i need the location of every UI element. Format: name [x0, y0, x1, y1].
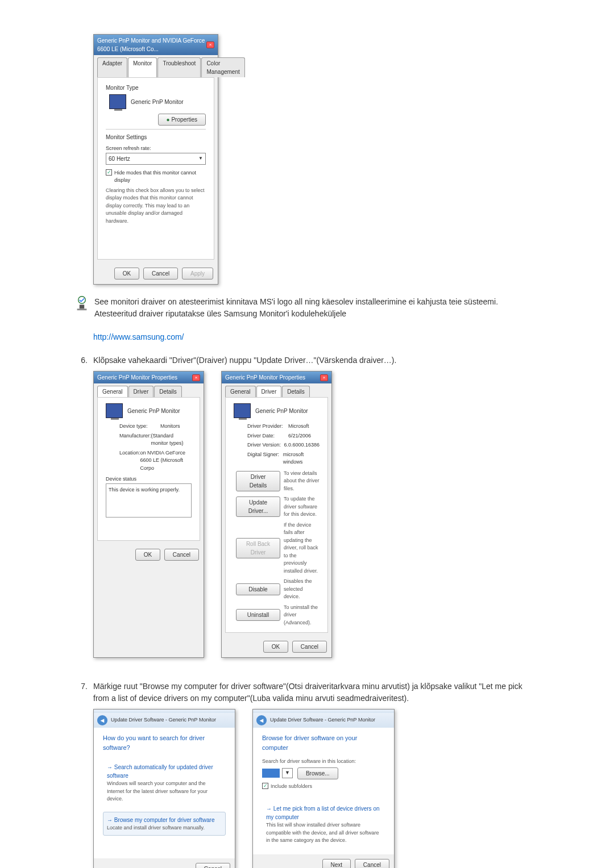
device-status-label: Device status: [106, 475, 192, 483]
monitor-properties-dialog: Generic PnP Monitor and NVIDIA GeForce 6…: [93, 34, 218, 285]
monitor-icon: [106, 403, 123, 418]
provider-value: Microsoft: [288, 423, 309, 431]
properties-driver-dialog: Generic PnP Monitor Properties × General…: [221, 371, 332, 658]
device-name: Generic PnP Monitor: [127, 407, 180, 415]
version-label: Driver Version:: [247, 441, 284, 449]
ok-button[interactable]: OK: [263, 641, 288, 653]
samsung-link[interactable]: http://www.samsung.com/: [93, 332, 184, 341]
device-status-text: This device is working properly.: [106, 483, 192, 518]
step-text: Klõpsake vahekaardi "Driver"(Draiver) nu…: [93, 354, 540, 366]
dialog-title: Generic PnP Monitor Properties: [97, 373, 177, 382]
tab-details[interactable]: Details: [282, 386, 310, 397]
manufacturer-label: Manufacturer:: [119, 432, 151, 448]
device-type-value: Monitors: [160, 423, 180, 431]
search-auto-option[interactable]: → Search automatically for updated drive…: [103, 759, 226, 807]
signer-value: microsoft windows: [283, 451, 320, 466]
svg-rect-2: [77, 308, 87, 310]
pick-from-list-option[interactable]: → Let me pick from a list of device driv…: [262, 800, 385, 849]
include-subfolders-label: Include subfolders: [271, 783, 312, 791]
svg-point-0: [78, 297, 86, 304]
back-icon[interactable]: ◄: [97, 715, 107, 725]
search-location-label: Search for driver software in this locat…: [262, 758, 385, 766]
chevron-down-icon: ▼: [198, 155, 203, 162]
back-icon[interactable]: ◄: [256, 715, 267, 725]
rollback-driver-button[interactable]: Roll Back Driver: [236, 538, 280, 558]
disable-desc: Disables the selected device.: [284, 578, 320, 601]
refresh-rate-label: Screen refresh rate:: [106, 145, 206, 153]
breadcrumb: Update Driver Software - Generic PnP Mon…: [111, 716, 216, 724]
date-value: 6/21/2006: [288, 432, 311, 440]
close-icon[interactable]: ×: [320, 374, 328, 381]
browse-button[interactable]: Browse...: [297, 767, 338, 779]
tab-general[interactable]: General: [97, 386, 128, 397]
note-line-1: See monitori draiver on atesteerimist ki…: [94, 296, 498, 308]
update-driver-desc: To update the driver software for this d…: [284, 495, 320, 519]
browse-driver-dialog: ◄ Update Driver Software - Generic PnP M…: [252, 709, 395, 868]
note-line-2: Atesteeritud draiver riputatakse üles Sa…: [94, 308, 498, 320]
manufacturer-value: (Standard monitor types): [151, 432, 192, 448]
date-label: Driver Date:: [247, 432, 288, 440]
dialog-title: Generic PnP Monitor and NVIDIA GeForce 6…: [97, 36, 206, 53]
properties-general-dialog: Generic PnP Monitor Properties × General…: [93, 371, 204, 658]
provider-label: Driver Provider:: [247, 423, 288, 431]
path-dropdown[interactable]: ▼: [282, 768, 293, 778]
device-name: Generic PnP Monitor: [255, 407, 308, 415]
update-driver-search-dialog: ◄ Update Driver Software - Generic PnP M…: [93, 709, 235, 868]
next-button[interactable]: Next: [322, 859, 351, 869]
step-number: 7.: [74, 681, 88, 704]
cancel-button[interactable]: Cancel: [355, 859, 389, 869]
checkmark-2000-icon: [74, 296, 90, 312]
browse-computer-option[interactable]: → Browse my computer for driver software…: [103, 812, 226, 836]
tab-general[interactable]: General: [225, 386, 256, 397]
monitor-name: Generic PnP Monitor: [131, 98, 184, 106]
disable-button[interactable]: Disable: [236, 583, 280, 595]
step-number: 6.: [74, 354, 88, 366]
tab-monitor[interactable]: Monitor: [128, 57, 157, 77]
cancel-button[interactable]: Cancel: [164, 549, 199, 561]
svg-rect-1: [80, 304, 84, 308]
monitor-settings-label: Monitor Settings: [106, 133, 206, 141]
refresh-rate-select[interactable]: 60 Hertz▼: [106, 153, 206, 165]
location-label: Location:: [119, 449, 140, 473]
location-value: on NVIDIA GeForce 6600 LE (Microsoft Cor…: [140, 449, 192, 473]
cancel-button[interactable]: Cancel: [143, 268, 178, 279]
close-icon[interactable]: ×: [192, 374, 200, 381]
breadcrumb: Update Driver Software - Generic PnP Mon…: [270, 716, 375, 724]
ok-button[interactable]: OK: [114, 268, 139, 279]
include-subfolders-checkbox[interactable]: ✓: [262, 783, 268, 789]
monitor-type-label: Monitor Type: [106, 84, 206, 92]
apply-button[interactable]: Apply: [182, 268, 213, 279]
uninstall-desc: To uninstall the driver (Advanced).: [284, 604, 320, 627]
close-icon[interactable]: ×: [206, 41, 214, 48]
version-value: 6.0.6000.16386: [284, 441, 320, 449]
driver-details-button[interactable]: Driver Details: [236, 471, 280, 491]
wizard-heading: How do you want to search for driver sof…: [103, 733, 226, 752]
path-input[interactable]: [262, 769, 280, 778]
uninstall-button[interactable]: Uninstall: [236, 609, 280, 621]
hide-modes-checkbox[interactable]: ✓: [106, 169, 112, 176]
hide-modes-description: Clearing this check box allows you to se…: [106, 187, 206, 226]
dialog-titlebar: Generic PnP Monitor and NVIDIA GeForce 6…: [94, 35, 218, 55]
update-driver-button[interactable]: Update Driver...: [236, 496, 280, 517]
signer-label: Digital Signer:: [247, 451, 283, 466]
monitor-icon: [109, 94, 126, 109]
cancel-button[interactable]: Cancel: [292, 641, 327, 653]
step-text: Märkige ruut "Browse my computer for dri…: [93, 681, 540, 704]
tab-troubleshoot[interactable]: Troubleshoot: [157, 57, 201, 77]
tab-color-management[interactable]: Color Management: [201, 57, 244, 77]
properties-button[interactable]: ● Properties: [158, 114, 206, 126]
tab-details[interactable]: Details: [154, 386, 182, 397]
wizard-heading: Browse for driver software on your compu…: [262, 733, 385, 752]
tab-driver[interactable]: Driver: [256, 386, 282, 397]
cancel-button[interactable]: Cancel: [196, 863, 230, 868]
device-type-label: Device type:: [119, 423, 160, 431]
tab-adapter[interactable]: Adapter: [97, 57, 127, 77]
ok-button[interactable]: OK: [135, 549, 160, 561]
dialog-title: Generic PnP Monitor Properties: [225, 373, 305, 382]
rollback-driver-desc: If the device fails after updating the d…: [284, 521, 320, 575]
driver-details-desc: To view details about the driver files.: [284, 470, 320, 493]
tab-driver[interactable]: Driver: [128, 386, 154, 397]
monitor-icon: [234, 403, 251, 418]
hide-modes-label: Hide modes that this monitor cannot disp…: [114, 169, 206, 185]
